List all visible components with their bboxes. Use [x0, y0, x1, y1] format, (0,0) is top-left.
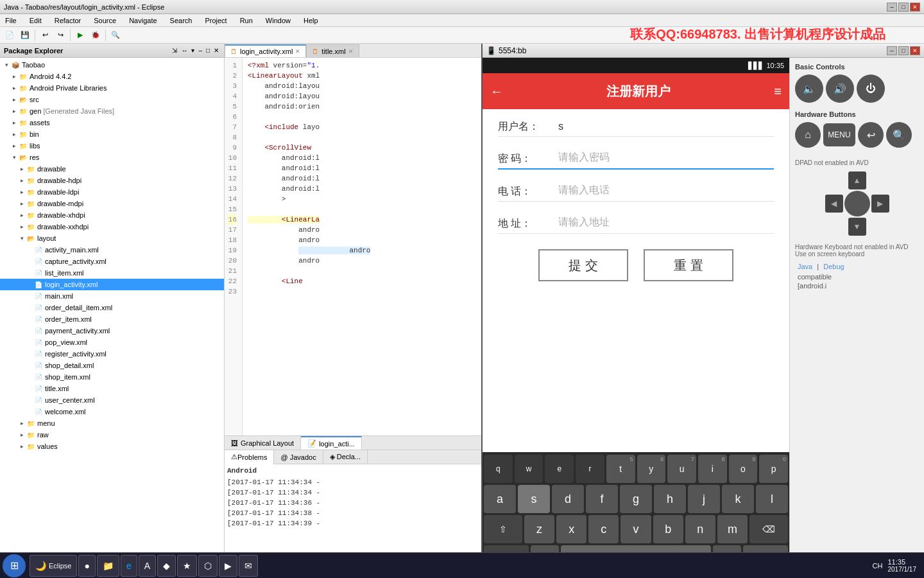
taskbar-eclipse[interactable]: 🌙 Eclipse	[30, 555, 77, 577]
view-menu-button[interactable]: ▾	[190, 46, 196, 55]
reset-button[interactable]: 重 置	[644, 249, 733, 281]
key-s[interactable]: s	[518, 485, 550, 513]
tree-order-item[interactable]: 📄 order_item.xml	[0, 313, 224, 325]
emulator-maximize[interactable]: □	[898, 46, 909, 55]
menu-file[interactable]: File	[3, 15, 19, 26]
power-button[interactable]: ⏻	[857, 74, 885, 103]
tree-toggle[interactable]: ▸	[18, 432, 26, 438]
dpad-down-button[interactable]: ▼	[848, 218, 866, 236]
tree-order-detail-item[interactable]: 📄 order_detail_item.xml	[0, 302, 224, 313]
editor-tab-login-activity[interactable]: 🗒 login_activity.xml ✕	[225, 44, 306, 57]
collapse-all-button[interactable]: ⇲	[171, 46, 178, 55]
close-button[interactable]: ✕	[910, 3, 920, 12]
tree-toggle[interactable]: ▸	[10, 119, 18, 126]
tree-shop-detail[interactable]: 📄 shop_detail.xml	[0, 360, 224, 371]
tree-toggle[interactable]: ▾	[10, 154, 18, 161]
taskbar-app1[interactable]: A	[139, 555, 156, 577]
tree-src[interactable]: ▸ 📂 src	[0, 94, 224, 105]
search-hw-button[interactable]: 🔍	[886, 122, 912, 148]
tree-toggle[interactable]: ▸	[18, 212, 26, 218]
dpad-center-button[interactable]	[844, 191, 870, 216]
tree-toggle[interactable]: ▸	[10, 96, 18, 103]
close-tab-icon[interactable]: ✕	[348, 48, 354, 55]
backspace-key[interactable]: ⌫	[749, 515, 788, 543]
tree-toggle[interactable]: ▸	[18, 166, 26, 172]
tree-drawable-hdpi[interactable]: ▸ 📁 drawable-hdpi	[0, 175, 224, 186]
key-j[interactable]: j	[688, 485, 720, 513]
key-d[interactable]: d	[552, 485, 584, 513]
tree-toggle[interactable]: ▸	[10, 85, 18, 91]
code-content[interactable]: <?xml version="1. <LinearLayout xml andr…	[243, 58, 481, 435]
start-button[interactable]: ⊞	[3, 554, 26, 577]
tree-drawable-xhdpi[interactable]: ▸ 📁 drawable-xhdpi	[0, 209, 224, 221]
menu-hw-button[interactable]: MENU	[823, 123, 855, 146]
tree-android442[interactable]: ▸ 📁 Android 4.4.2	[0, 71, 224, 82]
tree-toggle[interactable]: ▸	[10, 73, 18, 80]
emulator-minimize[interactable]: –	[887, 46, 897, 55]
tree-libs[interactable]: ▸ 📁 libs	[0, 140, 224, 152]
undo-button[interactable]: ↩	[38, 28, 52, 42]
tree-drawable-ldpi[interactable]: ▸ 📁 drawable-ldpi	[0, 186, 224, 198]
taskbar-app6[interactable]: ✉	[239, 555, 258, 577]
menu-edit[interactable]: Edit	[27, 15, 44, 26]
tree-pop-view[interactable]: 📄 pop_view.xml	[0, 337, 224, 348]
key-b[interactable]: b	[653, 515, 683, 543]
dpad-right-button[interactable]: ▶	[871, 195, 889, 213]
tree-root-taobao[interactable]: ▾ 📦 Taobao	[0, 59, 224, 71]
tree-register[interactable]: 📄 register_activity.xml	[0, 348, 224, 360]
tree-toggle[interactable]: ▸	[18, 420, 26, 426]
editor-tab-title[interactable]: 🗒 title.xml ✕	[306, 44, 359, 57]
key-n[interactable]: n	[685, 515, 715, 543]
hamburger-menu-icon[interactable]: ≡	[774, 84, 782, 99]
minimize-button[interactable]: –	[887, 3, 897, 12]
key-e[interactable]: e	[545, 455, 574, 483]
menu-source[interactable]: Source	[91, 15, 119, 26]
key-h[interactable]: h	[654, 485, 686, 513]
tree-drawable-mdpi[interactable]: ▸ 📁 drawable-mdpi	[0, 198, 224, 209]
code-editor[interactable]: 12345 678910 1112131415 16 17181920 2122…	[225, 58, 481, 435]
close-panel-button[interactable]: ✕	[212, 46, 220, 55]
back-hw-button[interactable]: ↩	[858, 122, 884, 148]
tree-drawable-xxhdpi[interactable]: ▸ 📁 drawable-xxhdpi	[0, 221, 224, 232]
tree-activity-main[interactable]: 📄 activity_main.xml	[0, 244, 224, 256]
menu-window[interactable]: Window	[263, 15, 293, 26]
username-input[interactable]: s	[556, 119, 774, 134]
tree-raw[interactable]: ▸ 📁 raw	[0, 429, 224, 441]
key-z[interactable]: z	[524, 515, 554, 543]
taskbar-chrome[interactable]: ●	[78, 555, 95, 577]
menu-project[interactable]: Project	[202, 15, 229, 26]
tree-capture-activity[interactable]: 📄 capture_activity.xml	[0, 256, 224, 267]
tree-toggle[interactable]: ▸	[18, 223, 26, 230]
menu-search[interactable]: Search	[167, 15, 195, 26]
tree-login-activity[interactable]: 📄 login_activity.xml	[0, 279, 224, 290]
key-p[interactable]: p 0	[759, 455, 788, 483]
tree-toggle[interactable]: ▸	[18, 189, 26, 195]
run-button[interactable]: ▶	[73, 28, 87, 42]
key-o[interactable]: o 9	[729, 455, 758, 483]
key-c[interactable]: c	[588, 515, 619, 543]
tree-values[interactable]: ▸ 📁 values	[0, 441, 224, 452]
taskbar-app2[interactable]: ◆	[157, 555, 176, 577]
menu-navigate[interactable]: Navigate	[126, 15, 159, 26]
tree-toggle[interactable]: ▸	[10, 108, 18, 114]
submit-button[interactable]: 提 交	[538, 249, 628, 281]
tree-main[interactable]: 📄 main.xml	[0, 290, 224, 302]
dpad-up-button[interactable]: ▲	[848, 171, 866, 189]
key-w[interactable]: w	[515, 455, 543, 483]
menu-help[interactable]: Help	[301, 15, 321, 26]
taskbar-app4[interactable]: ⬡	[198, 555, 218, 577]
tab-graphical-layout[interactable]: 🖼 Graphical Layout	[225, 436, 301, 450]
tree-toggle[interactable]: ▸	[18, 443, 26, 450]
tree-toggle[interactable]: ▾	[3, 62, 10, 68]
tab-javadoc[interactable]: @ Javadoc	[274, 450, 323, 464]
key-m[interactable]: m	[717, 515, 748, 543]
tree-assets[interactable]: ▸ 📁 assets	[0, 117, 224, 128]
key-a[interactable]: a	[484, 485, 516, 513]
menu-run[interactable]: Run	[237, 15, 255, 26]
redo-button[interactable]: ↪	[53, 28, 67, 42]
taskbar-explorer[interactable]: 📁	[97, 555, 119, 577]
taskbar-ie[interactable]: e	[121, 555, 137, 577]
maximize-panel-button[interactable]: □	[205, 46, 211, 55]
tree-toggle[interactable]: ▸	[10, 143, 18, 149]
emulator-close[interactable]: ✕	[910, 46, 920, 55]
